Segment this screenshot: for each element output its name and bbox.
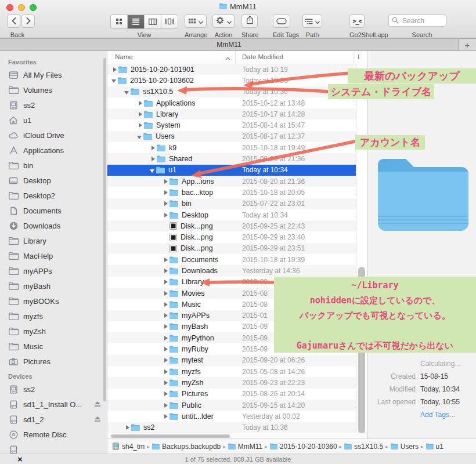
tab-mmm11[interactable]: MmM11	[0, 39, 458, 50]
action-button[interactable]	[212, 14, 235, 28]
path-item-u1[interactable]: u1	[426, 443, 443, 451]
sidebar-item-remote-disc[interactable]: Remote Disc	[0, 427, 107, 442]
path-item-backups-backupdb[interactable]: Backups.backupdb	[152, 443, 221, 451]
sidebar-item-myzsh[interactable]: myZsh	[0, 324, 107, 339]
disclosure-triangle[interactable]	[126, 425, 129, 430]
add-tags-link[interactable]: Add Tags...	[420, 408, 473, 421]
table-row-documents[interactable]: Documents2015-10-18 at 19:392015	[107, 254, 367, 265]
disclosure-triangle[interactable]	[164, 392, 168, 396]
column-header-date-modified[interactable]: Date Modified	[242, 53, 283, 60]
view-as-icons-button[interactable]	[111, 15, 128, 28]
table-row-untit-lder[interactable]: untit...lderYesterday at 00:022015	[107, 411, 367, 422]
sidebar-item-ss2[interactable]: ss2	[0, 382, 107, 397]
disclosure-triangle[interactable]	[164, 313, 168, 318]
share-button[interactable]	[241, 14, 258, 28]
path-item-sh4-tm[interactable]: sh4_tm	[112, 443, 145, 451]
sidebar-item-desktop[interactable]: Desktop	[0, 173, 107, 188]
zoom-button[interactable]	[30, 4, 37, 11]
disclosure-triangle[interactable]	[164, 258, 168, 262]
path-item-ss1x10-5[interactable]: ss1X10.5	[344, 443, 383, 451]
status-x-icon[interactable]: ×	[17, 454, 23, 464]
table-row-myzsh[interactable]: myZsh2015-09-23 at 22:232015	[107, 377, 367, 388]
disclosure-triangle[interactable]	[164, 213, 168, 217]
view-as-coverflow-button[interactable]	[161, 15, 178, 28]
disclosure-triangle[interactable]	[164, 269, 168, 273]
table-row-k9[interactable]: k92015-10-18 at 19:492015	[107, 142, 367, 153]
sidebar-item-ss2[interactable]: ss2	[0, 97, 107, 113]
table-row-disk-png[interactable]: Disk...png2015-09-29 at 23:512015	[107, 243, 367, 254]
back-button[interactable]	[7, 14, 20, 28]
sidebar-item-all-my-files[interactable]: All My Files	[0, 67, 107, 82]
disclosure-triangle[interactable]	[164, 302, 168, 307]
table-row-desktop[interactable]: DesktopToday at 10:342015	[107, 209, 367, 220]
search-input[interactable]	[401, 16, 444, 26]
eject-icon[interactable]	[94, 415, 101, 424]
column-divider[interactable]	[235, 51, 236, 64]
path-item-2015-10-20-10360[interactable]: 2015-10-20-10360	[270, 443, 337, 451]
disclosure-triangle[interactable]	[111, 79, 116, 83]
sidebar-item-machelp[interactable]: MacHelp	[0, 248, 107, 263]
sidebar-item-myzfs[interactable]: myzfs	[0, 309, 107, 324]
sidebar-item-bin[interactable]: bin	[0, 158, 107, 173]
disclosure-triangle[interactable]	[164, 414, 168, 419]
disclosure-triangle[interactable]	[164, 336, 168, 340]
table-row-disk-png[interactable]: Disk...png2015-09-25 at 22:432015	[107, 220, 367, 231]
disclosure-triangle[interactable]	[164, 380, 168, 385]
disclosure-triangle[interactable]	[164, 369, 168, 374]
sidebar-item-library[interactable]: Library	[0, 233, 107, 248]
vertical-scrollbar-track[interactable]	[356, 64, 367, 433]
sidebar-item-documents[interactable]: Documents	[0, 203, 107, 218]
disclosure-triangle[interactable]	[164, 280, 168, 284]
sidebar-item-pictures[interactable]: Pictures	[0, 354, 107, 369]
sidebar-item-mybooks[interactable]: myBOOKs	[0, 293, 107, 309]
disclosure-triangle[interactable]	[164, 291, 168, 296]
close-button[interactable]	[6, 4, 13, 11]
search-field[interactable]	[388, 14, 446, 27]
table-row-disk-png[interactable]: Disk...png2015-09-29 at 23:402015	[107, 231, 367, 242]
forward-button[interactable]	[21, 14, 35, 28]
table-row-users[interactable]: Users2015-08-17 at 12:372015	[107, 131, 367, 142]
table-row-2015-10-20-101901[interactable]: 2015-10-20-101901Today at 10:192015	[107, 64, 367, 75]
disclosure-triangle[interactable]	[152, 157, 155, 161]
view-as-list-button[interactable]	[128, 15, 145, 28]
path-button[interactable]	[302, 14, 322, 28]
table-row-bin[interactable]: bin2015-07-22 at 23:012015	[107, 198, 367, 209]
sidebar-item-myapps[interactable]: myAPPs	[0, 263, 107, 278]
column-header-name[interactable]: Name	[115, 53, 133, 60]
minimize-button[interactable]	[18, 4, 25, 11]
horizontal-scrollbar-track[interactable]	[107, 433, 367, 438]
disclosure-triangle[interactable]	[139, 112, 142, 117]
table-row-app-ions[interactable]: App...ions2015-08-20 at 21:362015	[107, 176, 367, 187]
disclosure-triangle[interactable]	[139, 101, 142, 106]
sidebar-item-downloads[interactable]: Downloads	[0, 218, 107, 233]
table-row-bac-ktop[interactable]: bac...ktop2015-10-18 at 20:052015	[107, 187, 367, 198]
disclosure-triangle[interactable]	[164, 403, 168, 408]
view-as-columns-button[interactable]	[145, 15, 161, 28]
disclosure-triangle[interactable]	[113, 67, 117, 72]
arrange-button[interactable]	[185, 14, 207, 28]
table-row-pictures[interactable]: Pictures2015-08-26 at 20:142015	[107, 389, 367, 400]
disclosure-triangle[interactable]	[164, 347, 168, 351]
eject-icon[interactable]	[94, 400, 101, 409]
disclosure-triangle[interactable]	[164, 201, 168, 206]
table-row-public[interactable]: Public2015-09-15 at 14:202015	[107, 400, 367, 411]
table-row-mytest[interactable]: mytest2015-09-20 at 06:262015	[107, 355, 367, 366]
table-row-u1[interactable]: u1Today at 10:342015	[107, 165, 367, 176]
table-row-library[interactable]: Library2015-10-17 at 14:282015	[107, 108, 367, 119]
sidebar-item-mybash[interactable]: myBash	[0, 278, 107, 293]
sidebar-item-sd1-2[interactable]: sd1_2	[0, 412, 107, 427]
sidebar-item-desktop2[interactable]: Desktop2	[0, 188, 107, 203]
go2shell-button[interactable]: >_<	[349, 14, 365, 28]
sidebar-item-sd1-1-install-o-[interactable]: sd1_1_Install O...	[0, 397, 107, 412]
sidebar-item-clipped[interactable]	[0, 442, 107, 454]
new-tab-button[interactable]: +	[458, 39, 476, 50]
disclosure-triangle[interactable]	[150, 169, 154, 173]
table-row-system[interactable]: System2015-08-14 at 15:472015	[107, 119, 367, 130]
path-item-users[interactable]: Users	[391, 443, 419, 451]
sidebar-item-music[interactable]: Music	[0, 339, 107, 354]
disclosure-triangle[interactable]	[164, 324, 168, 329]
sidebar-item-applications[interactable]: Applications	[0, 143, 107, 158]
horizontal-scrollbar-thumb[interactable]	[111, 434, 230, 438]
table-row-ss2[interactable]: ss2Today at 10:362015	[107, 422, 367, 433]
column-divider[interactable]	[353, 51, 354, 64]
